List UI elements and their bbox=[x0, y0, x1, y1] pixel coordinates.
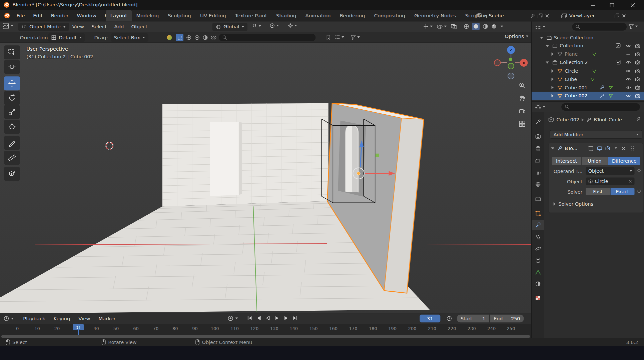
realtime-display-toggle-icon[interactable] bbox=[597, 146, 602, 151]
minimize-button[interactable] bbox=[583, 0, 602, 10]
properties-search-field[interactable] bbox=[561, 103, 640, 111]
menu-view[interactable]: View bbox=[74, 313, 94, 324]
exclude-checkbox[interactable] bbox=[616, 43, 621, 48]
tab-object[interactable] bbox=[532, 208, 544, 218]
tool-annotate[interactable] bbox=[4, 136, 20, 150]
outliner-row-circle[interactable]: Circle bbox=[532, 67, 644, 75]
op-intersect-button[interactable]: Intersect bbox=[552, 157, 581, 165]
tool-cursor[interactable] bbox=[4, 60, 20, 74]
menu-playback[interactable]: Playback bbox=[19, 313, 49, 324]
outliner-search-field[interactable] bbox=[572, 23, 626, 30]
maximize-button[interactable] bbox=[602, 0, 621, 10]
tab-compositing[interactable]: Compositing bbox=[370, 10, 410, 22]
solver-exact-button[interactable]: Exact bbox=[610, 188, 634, 195]
next-keyframe-icon[interactable] bbox=[283, 315, 289, 321]
frame-start-field[interactable]: Start 1 bbox=[457, 315, 489, 323]
operand-type-dropdown[interactable]: Object bbox=[586, 167, 634, 175]
orientation-dropdown[interactable]: Default bbox=[48, 33, 85, 42]
shading-wireframe-icon[interactable] bbox=[464, 24, 469, 29]
edit-mode-toggle-icon[interactable] bbox=[588, 146, 594, 151]
tab-collection[interactable] bbox=[532, 193, 544, 204]
solver-fast-button[interactable]: Fast bbox=[586, 188, 610, 195]
exclude-checkbox[interactable] bbox=[616, 60, 621, 65]
jump-end-icon[interactable] bbox=[292, 315, 298, 321]
camera-icon[interactable] bbox=[635, 93, 640, 98]
eye-icon[interactable] bbox=[625, 85, 631, 89]
tab-tool[interactable] bbox=[532, 116, 544, 127]
select-intersect-icon[interactable] bbox=[211, 35, 216, 40]
zoom-icon[interactable] bbox=[519, 82, 526, 89]
tool-move-active[interactable] bbox=[4, 76, 20, 90]
properties-editor-button[interactable] bbox=[535, 104, 545, 110]
jump-start-icon[interactable] bbox=[247, 315, 252, 321]
tab-geometry-nodes[interactable]: Geometry Nodes bbox=[410, 10, 461, 22]
playhead-frame-badge[interactable]: 31 bbox=[73, 324, 84, 330]
scene-selector[interactable]: Scene bbox=[476, 12, 549, 20]
menu-object[interactable]: Object bbox=[127, 21, 151, 32]
pivot-point-dropdown[interactable] bbox=[287, 23, 297, 28]
modifier-name[interactable]: BTo... bbox=[565, 145, 577, 151]
menu-add[interactable]: Add bbox=[110, 21, 127, 32]
options-dropdown[interactable]: Options bbox=[505, 33, 529, 39]
close-button[interactable] bbox=[621, 0, 644, 10]
xray-toggle[interactable] bbox=[451, 24, 457, 29]
outliner-row-scene-collection[interactable]: Scene Collection bbox=[532, 33, 644, 42]
viewport-3d-scene[interactable] bbox=[0, 43, 531, 313]
tab-particles[interactable] bbox=[532, 232, 544, 242]
tab-world[interactable] bbox=[532, 179, 544, 189]
camera-icon[interactable] bbox=[635, 52, 640, 57]
breadcrumb-modifier[interactable]: BTool_Circle bbox=[594, 117, 622, 123]
camera-view-icon[interactable] bbox=[519, 108, 526, 114]
menu-select[interactable]: Select bbox=[88, 21, 110, 32]
camera-icon[interactable] bbox=[635, 69, 640, 74]
tab-modeling[interactable]: Modeling bbox=[132, 10, 163, 22]
pin-icon[interactable] bbox=[636, 116, 641, 122]
menu-render[interactable]: Render bbox=[47, 10, 73, 22]
tab-constraints[interactable] bbox=[532, 255, 544, 265]
select-invert-icon[interactable] bbox=[202, 35, 208, 40]
tab-render[interactable] bbox=[532, 131, 544, 142]
outliner-row-cube-001[interactable]: Cube.001 bbox=[532, 83, 644, 92]
tab-output[interactable] bbox=[532, 143, 544, 154]
outliner-filter-button[interactable] bbox=[628, 24, 638, 29]
proportional-editing-toggle[interactable] bbox=[269, 23, 279, 28]
solver-options-expander[interactable]: Solver Options bbox=[554, 201, 593, 207]
object-picker-field[interactable]: Circle bbox=[586, 178, 634, 185]
tab-view-layer[interactable] bbox=[532, 155, 544, 166]
auto-key-button[interactable] bbox=[227, 315, 238, 322]
select-extend-icon[interactable] bbox=[186, 35, 191, 40]
frame-end-field[interactable]: End 250 bbox=[490, 315, 524, 323]
clear-object-icon[interactable] bbox=[628, 179, 632, 183]
unlink-scene-icon[interactable] bbox=[545, 13, 549, 18]
outliner-row-cube-002-selected[interactable]: Cube.002 bbox=[532, 92, 644, 100]
select-subtract-icon[interactable] bbox=[194, 35, 200, 40]
mode-dropdown[interactable]: Object Mode bbox=[18, 23, 69, 31]
gizmo-toggle[interactable] bbox=[423, 24, 432, 29]
current-frame-field[interactable]: 31 bbox=[420, 315, 440, 323]
bookmark-icon[interactable] bbox=[326, 34, 331, 41]
tab-material[interactable] bbox=[532, 278, 544, 289]
snapping-toggle[interactable] bbox=[251, 23, 261, 29]
modifier-close-icon[interactable] bbox=[621, 146, 626, 151]
shading-material-icon[interactable] bbox=[483, 24, 488, 29]
new-viewlayer-icon[interactable] bbox=[614, 13, 620, 18]
outliner-row-plane[interactable]: Plane bbox=[532, 50, 644, 58]
eye-icon[interactable] bbox=[625, 94, 631, 98]
tab-animation[interactable]: Animation bbox=[301, 10, 335, 22]
eye-icon[interactable] bbox=[625, 69, 631, 73]
prev-keyframe-icon[interactable] bbox=[256, 315, 261, 321]
tab-object-data[interactable] bbox=[532, 267, 544, 277]
camera-icon[interactable] bbox=[635, 85, 640, 90]
outliner-row-cube[interactable]: Cube bbox=[532, 75, 644, 83]
material-ball-icon[interactable] bbox=[166, 34, 173, 41]
drag-dropdown[interactable]: Select Box bbox=[111, 33, 148, 42]
use-preview-range-icon[interactable] bbox=[446, 315, 453, 322]
tool-transform[interactable] bbox=[4, 120, 20, 134]
shading-rendered-icon[interactable] bbox=[491, 24, 497, 29]
eye-icon[interactable] bbox=[625, 60, 631, 64]
timeline-scrollbar[interactable] bbox=[1, 335, 530, 338]
viewlayer-selector[interactable]: ViewLayer bbox=[561, 12, 626, 20]
play-icon[interactable] bbox=[274, 315, 279, 321]
camera-icon[interactable] bbox=[635, 77, 640, 82]
tab-layout[interactable]: Layout bbox=[106, 10, 132, 22]
